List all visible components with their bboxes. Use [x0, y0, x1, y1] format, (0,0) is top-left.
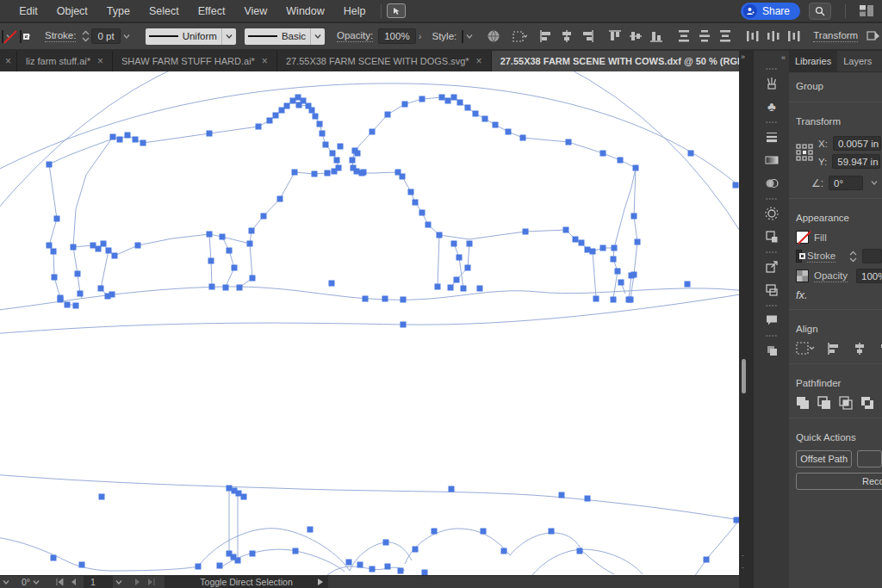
anchor-point[interactable]: [612, 245, 618, 251]
anchor-point[interactable]: [99, 494, 105, 500]
collapse-panels-icon[interactable]: «: [754, 51, 789, 65]
anchor-point[interactable]: [106, 248, 112, 254]
tool-hint-expand-icon[interactable]: [318, 579, 323, 585]
appearance-stroke-swatch[interactable]: [796, 250, 802, 263]
vector-path[interactable]: [0, 71, 183, 216]
anchor-point[interactable]: [75, 271, 81, 277]
anchor-point[interactable]: [329, 281, 335, 287]
distribute-vertical-center-icon[interactable]: [698, 29, 711, 43]
anchor-point[interactable]: [435, 284, 441, 290]
export-panel-icon[interactable]: [754, 255, 789, 278]
fx-button[interactable]: fx.: [796, 288, 808, 301]
anchor-point[interactable]: [232, 265, 238, 271]
vector-path[interactable]: [229, 488, 233, 557]
workspace-switcher-icon[interactable]: [860, 5, 873, 16]
stroke-weight-clipped-field[interactable]: [862, 249, 882, 263]
anchor-point[interactable]: [332, 169, 338, 175]
anchor-point[interactable]: [465, 105, 471, 111]
anchor-point[interactable]: [71, 244, 77, 251]
scroll-up-icon[interactable]: ˆ: [742, 554, 744, 561]
panel-align-left-icon[interactable]: [827, 342, 841, 356]
anchor-point[interactable]: [563, 227, 569, 233]
anchor-point[interactable]: [312, 171, 318, 177]
tab-overflow-icon[interactable]: »: [741, 53, 745, 61]
anchor-point[interactable]: [290, 98, 296, 104]
anchor-point[interactable]: [413, 200, 419, 206]
anchor-point[interactable]: [611, 257, 617, 263]
anchor-point[interactable]: [400, 174, 406, 180]
menu-view[interactable]: View: [234, 0, 276, 22]
stroke-panel-icon[interactable]: [754, 125, 789, 148]
anchor-point[interactable]: [385, 112, 391, 118]
anchor-point[interactable]: [445, 98, 451, 104]
stroke-stepper[interactable]: [82, 30, 90, 42]
anchor-point[interactable]: [633, 165, 639, 171]
anchor-point[interactable]: [493, 122, 499, 128]
anchor-point[interactable]: [370, 129, 376, 135]
opacity-expand-icon[interactable]: ›: [419, 31, 422, 41]
dock-group-handle[interactable]: ••••: [754, 118, 789, 125]
anchor-point[interactable]: [236, 491, 242, 497]
anchor-point[interactable]: [140, 140, 146, 146]
anchor-point[interactable]: [279, 108, 285, 114]
anchor-point[interactable]: [432, 529, 438, 535]
anchor-point[interactable]: [628, 297, 634, 303]
anchor-point[interactable]: [96, 246, 102, 252]
align-horizontal-center-icon[interactable]: [560, 29, 574, 43]
share-button[interactable]: Share: [741, 3, 800, 20]
vector-path[interactable]: [593, 251, 596, 298]
symbols-panel-icon[interactable]: ♣: [754, 95, 789, 118]
anchor-point[interactable]: [295, 95, 301, 101]
gradient-panel-icon[interactable]: [754, 148, 789, 171]
anchor-point[interactable]: [292, 170, 298, 176]
align-right-icon[interactable]: [581, 29, 594, 43]
anchor-point[interactable]: [704, 557, 710, 563]
anchor-point[interactable]: [207, 131, 213, 137]
dock-group-handle[interactable]: ••••: [754, 248, 789, 255]
dock-group-handle[interactable]: ••••: [754, 195, 789, 201]
anchor-point[interactable]: [250, 275, 256, 282]
anchor-point[interactable]: [357, 562, 363, 568]
anchor-point[interactable]: [109, 292, 115, 298]
anchor-point[interactable]: [419, 96, 425, 102]
menu-edit[interactable]: Edit: [9, 0, 47, 22]
tab-close-icon[interactable]: ×: [476, 55, 482, 67]
x-field[interactable]: 0.0057 in: [833, 136, 881, 151]
anchor-point[interactable]: [52, 275, 58, 281]
anchor-point[interactable]: [117, 137, 123, 143]
stroke-weight-field[interactable]: 0 pt: [91, 28, 120, 44]
panel-tab-image[interactable]: Image: [878, 51, 882, 71]
anchor-point[interactable]: [482, 116, 488, 122]
recolor-button[interactable]: Recolo: [796, 473, 882, 490]
anchor-point[interactable]: [408, 189, 414, 195]
vector-path[interactable]: [405, 529, 510, 564]
document-tab[interactable]: 27.55X38 FARM SCENE WITH DOGS.svg*×: [277, 51, 492, 71]
appearance-fill-swatch[interactable]: [796, 231, 809, 244]
anchor-point[interactable]: [217, 563, 223, 569]
artboard-chevron-icon[interactable]: [113, 580, 122, 585]
anchor-point[interactable]: [98, 286, 104, 292]
anchor-point[interactable]: [51, 555, 57, 561]
anchor-point[interactable]: [330, 151, 336, 157]
anchor-point[interactable]: [196, 564, 202, 570]
vector-path[interactable]: [0, 474, 739, 520]
offset-path-button[interactable]: Offset Path: [796, 450, 852, 467]
anchor-point[interactable]: [309, 108, 315, 114]
anchor-point[interactable]: [618, 158, 624, 164]
anchor-point[interactable]: [293, 548, 299, 554]
anchor-point[interactable]: [549, 529, 555, 535]
anchor-point[interactable]: [370, 566, 376, 573]
align-vertical-center-icon[interactable]: [629, 29, 643, 43]
anchor-point[interactable]: [477, 286, 483, 292]
anchor-point[interactable]: [457, 100, 463, 106]
anchor-point[interactable]: [65, 302, 71, 308]
transform-widget-icon[interactable]: [866, 30, 880, 42]
anchor-point[interactable]: [425, 222, 432, 228]
next-artboard-icon[interactable]: [134, 579, 140, 585]
anchor-point[interactable]: [385, 564, 391, 570]
anchor-point[interactable]: [401, 297, 407, 303]
panel-tab-layers[interactable]: Layers: [837, 51, 878, 71]
anchor-point[interactable]: [73, 303, 79, 309]
anchor-point[interactable]: [273, 113, 279, 119]
style-chevron-icon[interactable]: [463, 34, 473, 39]
